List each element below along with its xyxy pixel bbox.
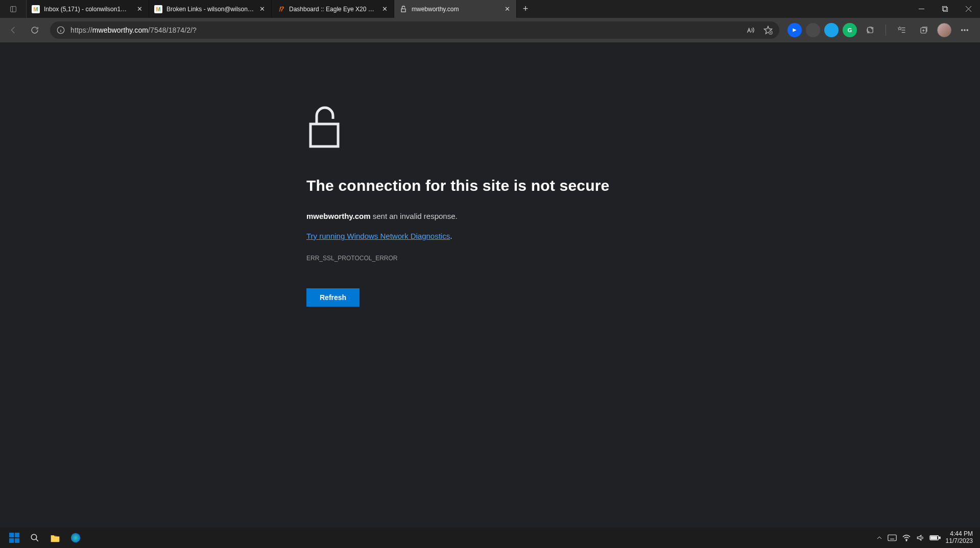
extension-2-icon[interactable] — [806, 23, 820, 37]
svg-rect-0 — [10, 6, 16, 12]
ssl-error-page: The connection for this site is not secu… — [306, 104, 633, 307]
file-explorer-button[interactable] — [45, 528, 65, 548]
keyboard-icon[interactable] — [888, 534, 897, 541]
close-window-button[interactable] — [957, 0, 980, 18]
extensions-menu-button[interactable] — [861, 21, 879, 39]
network-diagnostics-link[interactable]: Try running Windows Network Diagnostics — [306, 232, 450, 240]
edge-icon — [70, 532, 81, 543]
time-text: 4:44 PM — [946, 531, 973, 538]
toolbar: https://mwebworthy.com/7548/1874/2/? G — [0, 18, 980, 42]
arrow-left-icon — [9, 26, 18, 35]
tab-actions-icon — [9, 5, 17, 13]
windows-taskbar: 4:44 PM 11/7/2023 — [0, 528, 980, 548]
edge-taskbar-button[interactable] — [65, 528, 86, 548]
svg-line-28 — [36, 539, 38, 541]
start-button[interactable] — [4, 528, 25, 548]
search-icon — [30, 533, 39, 542]
svg-rect-4 — [942, 7, 946, 11]
error-message-text: sent an invalid response. — [371, 212, 458, 220]
refresh-page-button[interactable]: Refresh — [306, 288, 360, 307]
page-content: The connection for this site is not secu… — [0, 42, 980, 528]
titlebar: M Inbox (5,171) - colonwilson1@gm ✕ M Br… — [0, 0, 980, 18]
url-scheme: https:// — [70, 26, 92, 34]
tab-close-button[interactable]: ✕ — [380, 5, 389, 13]
svg-rect-26 — [15, 538, 19, 543]
gmail-icon: M — [32, 5, 40, 13]
svg-point-21 — [967, 30, 968, 31]
extension-3-icon[interactable] — [824, 23, 839, 37]
svg-point-27 — [31, 534, 37, 540]
settings-menu-button[interactable] — [955, 21, 974, 39]
maximize-button[interactable] — [933, 0, 957, 18]
svg-rect-39 — [930, 536, 937, 539]
date-text: 11/7/2023 — [946, 538, 973, 545]
extension-4-icon[interactable]: G — [843, 23, 857, 37]
tabstrip: M Inbox (5,171) - colonwilson1@gm ✕ M Br… — [27, 0, 534, 18]
url-path: /7548/1874/2/? — [148, 26, 197, 34]
svg-rect-22 — [310, 124, 338, 146]
favorite-icon[interactable] — [763, 25, 773, 35]
extension-1-icon[interactable] — [787, 23, 802, 37]
url-host: mwebworthy.com — [92, 26, 148, 34]
svg-rect-12 — [868, 28, 873, 33]
system-tray: 4:44 PM 11/7/2023 — [876, 531, 976, 545]
tab-label: Dashboard :: Eagle Eye X20 MW — [289, 6, 376, 13]
tab-inbox[interactable]: M Inbox (5,171) - colonwilson1@gm ✕ — [27, 0, 149, 18]
profile-avatar[interactable] — [937, 23, 951, 37]
search-button[interactable] — [25, 528, 45, 548]
tab-close-button[interactable]: ✕ — [258, 5, 266, 13]
volume-icon[interactable] — [916, 534, 924, 542]
svg-point-29 — [71, 533, 80, 542]
diagnostics-line: Try running Windows Network Diagnostics. — [306, 232, 633, 255]
extensions: G — [785, 21, 976, 39]
error-code: ERR_SSL_PROTOCOL_ERROR — [306, 255, 633, 262]
tab-label: mwebworthy.com — [412, 6, 499, 13]
svg-rect-23 — [9, 533, 14, 537]
favorites-bar-button[interactable] — [892, 21, 911, 39]
back-button[interactable] — [4, 21, 22, 39]
wifi-icon[interactable] — [902, 534, 911, 541]
url-text: https://mwebworthy.com/7548/1874/2/? — [70, 26, 740, 34]
clock[interactable]: 4:44 PM 11/7/2023 — [946, 531, 973, 545]
refresh-icon — [30, 26, 39, 35]
gmail-icon: M — [154, 5, 162, 13]
unlocked-icon — [306, 104, 633, 153]
refresh-button[interactable] — [26, 21, 44, 39]
svg-rect-25 — [9, 538, 14, 543]
tab-broken-links[interactable]: M Broken Links - wilson@wilsoncaf ✕ — [149, 0, 272, 18]
minimize-button[interactable] — [910, 0, 933, 18]
site-info-icon[interactable] — [56, 26, 65, 35]
favorites-list-icon — [897, 26, 906, 35]
divider — [886, 24, 886, 36]
error-title: The connection for this site is not secu… — [306, 177, 633, 194]
battery-icon[interactable] — [929, 534, 941, 541]
error-host: mwebworthy.com — [306, 212, 371, 220]
period: . — [450, 232, 452, 240]
new-tab-button[interactable]: + — [517, 0, 534, 18]
tab-mwebworthy[interactable]: mwebworthy.com ✕ — [394, 0, 517, 18]
not-secure-icon — [399, 5, 408, 13]
puzzle-icon — [866, 26, 875, 35]
tab-close-button[interactable]: ✕ — [503, 5, 511, 13]
address-bar[interactable]: https://mwebworthy.com/7548/1874/2/? — [50, 21, 779, 39]
omnibox-actions — [746, 25, 773, 35]
window-controls — [910, 0, 980, 18]
svg-point-20 — [964, 30, 965, 31]
collections-icon — [919, 26, 928, 35]
tab-close-button[interactable]: ✕ — [135, 5, 144, 13]
collections-button[interactable] — [915, 21, 933, 39]
svg-point-19 — [962, 30, 963, 31]
windows-icon — [9, 533, 19, 543]
svg-rect-2 — [401, 9, 405, 12]
folder-icon — [50, 533, 60, 542]
tab-actions-button[interactable] — [0, 0, 27, 18]
error-message: mwebworthy.com sent an invalid response. — [306, 212, 633, 220]
read-aloud-icon[interactable] — [746, 25, 756, 35]
more-icon — [960, 26, 969, 35]
svg-rect-38 — [939, 537, 940, 538]
svg-rect-24 — [15, 533, 19, 537]
dashboard-icon: ⁉ — [277, 5, 285, 13]
tray-overflow-icon[interactable] — [876, 535, 882, 541]
svg-rect-5 — [943, 8, 947, 12]
tab-dashboard[interactable]: ⁉ Dashboard :: Eagle Eye X20 MW ✕ — [272, 0, 394, 18]
